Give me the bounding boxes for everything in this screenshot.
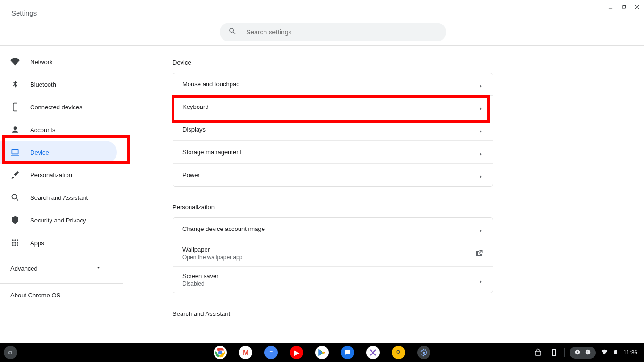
row-screen-saver[interactable]: Screen saver Disabled — [173, 267, 493, 293]
row-label: Storage management — [182, 148, 241, 156]
person-icon — [10, 125, 20, 134]
sidebar-item-label: Personalization — [30, 172, 72, 179]
device-card: Mouse and touchpad Keyboard Displays Sto… — [173, 73, 493, 187]
sidebar-item-label: Security and Privacy — [30, 217, 86, 224]
sidebar-item-connected-devices[interactable]: Connected devices — [0, 96, 132, 118]
app-editor[interactable] — [366, 346, 380, 359]
sidebar-item-accounts[interactable]: Accounts — [0, 118, 132, 141]
row-label: Change device account image — [182, 225, 265, 232]
sidebar-item-security-privacy[interactable]: Security and Privacy — [0, 209, 132, 231]
row-mouse-touchpad[interactable]: Mouse and touchpad — [173, 73, 493, 96]
app-youtube[interactable]: ▶ — [290, 346, 303, 359]
update-icon — [574, 349, 581, 357]
svg-point-7 — [12, 242, 13, 243]
app-keep[interactable] — [392, 346, 405, 359]
app-chrome[interactable] — [214, 346, 227, 359]
app-messages[interactable] — [341, 346, 354, 359]
svg-rect-24 — [615, 350, 616, 351]
app-settings[interactable] — [417, 346, 430, 359]
status-tray[interactable]: 1 — [570, 347, 596, 359]
sidebar-item-bluetooth[interactable]: Bluetooth — [0, 73, 132, 96]
svg-rect-19 — [552, 349, 556, 356]
sidebar-item-label: Connected devices — [30, 104, 83, 111]
row-label: Mouse and touchpad — [182, 81, 239, 88]
row-storage-management[interactable]: Storage management — [173, 141, 493, 164]
svg-rect-0 — [13, 103, 17, 111]
brush-icon — [10, 170, 20, 180]
chevron-right-icon — [479, 227, 483, 231]
chevron-right-icon — [479, 127, 483, 132]
svg-rect-18 — [535, 351, 541, 355]
sidebar-item-label: Search and Assistant — [30, 194, 88, 201]
row-label: Wallpaper — [182, 246, 242, 253]
row-change-account-image[interactable]: Change device account image — [173, 218, 493, 240]
sidebar-item-device[interactable]: Device — [0, 141, 117, 164]
svg-point-9 — [17, 242, 18, 243]
sidebar-item-apps[interactable]: Apps — [0, 231, 132, 254]
chevron-right-icon — [479, 150, 483, 155]
svg-rect-16 — [398, 353, 399, 354]
notification-badge: 1 — [585, 349, 591, 357]
sidebar-item-search-assistant[interactable]: Search and Assistant — [0, 186, 132, 209]
clock[interactable]: 11:36 — [623, 349, 637, 356]
svg-point-10 — [12, 244, 13, 246]
personalization-card: Change device account image Wallpaper Op… — [173, 217, 493, 293]
svg-point-3 — [12, 194, 17, 199]
svg-rect-23 — [614, 350, 617, 354]
page-title: Settings — [11, 9, 37, 17]
row-sublabel: Open the wallpaper app — [182, 254, 242, 261]
sidebar-item-label: Accounts — [30, 126, 55, 133]
laptop-icon — [10, 148, 20, 157]
svg-point-4 — [12, 239, 13, 241]
battery-status-icon[interactable] — [613, 348, 619, 357]
shield-icon — [10, 215, 20, 225]
row-power[interactable]: Power — [173, 164, 493, 186]
launcher-button[interactable] — [4, 346, 17, 359]
sidebar-advanced-toggle[interactable]: Advanced — [0, 257, 113, 280]
row-label: Displays — [182, 126, 206, 133]
search-bar[interactable] — [220, 23, 446, 41]
chevron-right-icon — [479, 278, 483, 282]
app-play-store[interactable] — [315, 346, 329, 359]
svg-point-5 — [14, 239, 16, 241]
tray-phone-icon[interactable] — [548, 347, 560, 358]
shelf-pinned-apps: M ≡ ▶ — [214, 346, 430, 359]
shelf: M ≡ ▶ 1 11:36 — [0, 343, 644, 362]
svg-point-11 — [14, 244, 16, 246]
search-input[interactable] — [246, 28, 438, 36]
row-displays[interactable]: Displays — [173, 118, 493, 141]
row-wallpaper[interactable]: Wallpaper Open the wallpaper app — [173, 240, 493, 267]
svg-point-17 — [423, 352, 425, 354]
phone-icon — [10, 102, 20, 112]
svg-text:1: 1 — [587, 350, 589, 354]
chevron-right-icon — [479, 173, 483, 177]
section-title-search-assistant: Search and Assistant — [173, 310, 493, 317]
sidebar: Network Bluetooth Connected devices Acco… — [0, 46, 132, 306]
row-keyboard[interactable]: Keyboard — [173, 96, 493, 118]
search-icon — [228, 27, 237, 37]
row-sublabel: Disabled — [182, 280, 219, 287]
sidebar-item-about[interactable]: About Chrome OS — [0, 284, 132, 306]
chevron-down-icon — [95, 264, 102, 272]
sidebar-item-label: Network — [30, 58, 53, 66]
sidebar-advanced-label: Advanced — [10, 265, 38, 272]
sidebar-item-network[interactable]: Network — [0, 50, 132, 73]
row-label: Screen saver — [182, 272, 219, 280]
row-label: Keyboard — [182, 103, 209, 110]
external-link-icon — [475, 249, 483, 258]
svg-point-6 — [17, 239, 18, 241]
wifi-icon — [10, 57, 20, 66]
row-label: Power — [182, 172, 200, 179]
wifi-status-icon[interactable] — [601, 348, 608, 357]
svg-rect-2 — [12, 149, 18, 154]
restore-button[interactable] — [620, 4, 627, 10]
minimize-button[interactable] — [607, 4, 614, 10]
sidebar-item-personalization[interactable]: Personalization — [0, 164, 132, 186]
chevron-right-icon — [479, 105, 483, 109]
tray-tote-icon[interactable] — [532, 347, 544, 358]
sidebar-item-label: Device — [30, 149, 49, 156]
close-button[interactable] — [634, 4, 640, 10]
app-docs[interactable]: ≡ — [264, 346, 278, 359]
svg-point-12 — [17, 244, 18, 246]
app-gmail[interactable]: M — [239, 346, 252, 359]
